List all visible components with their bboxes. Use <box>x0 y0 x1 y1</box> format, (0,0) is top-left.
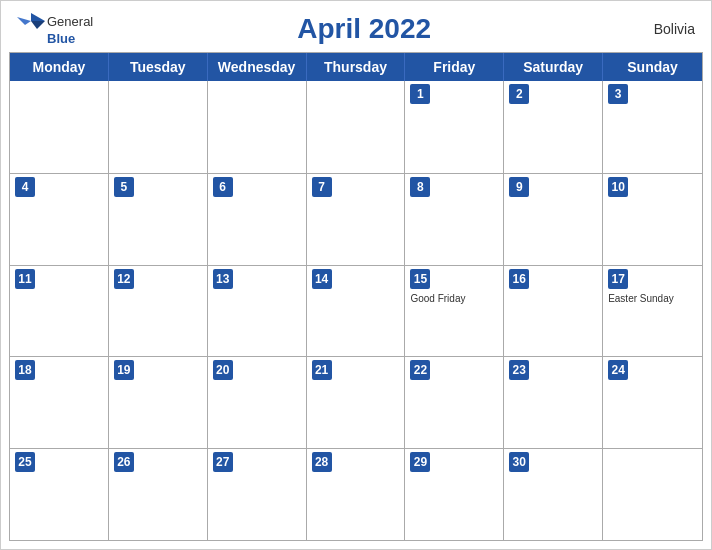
day-number: 12 <box>114 269 134 289</box>
day-cell: 28 <box>307 449 406 540</box>
day-event: Good Friday <box>410 293 498 304</box>
day-cell: 9 <box>504 174 603 265</box>
day-number: 19 <box>114 360 134 380</box>
week-row-2: 45678910 <box>10 173 702 265</box>
header: General Blue April 2022 Bolivia <box>1 1 711 52</box>
day-number: 20 <box>213 360 233 380</box>
day-number: 18 <box>15 360 35 380</box>
day-cell: 11 <box>10 266 109 357</box>
day-cell: 3 <box>603 81 702 173</box>
day-cell: 10 <box>603 174 702 265</box>
day-cell: 5 <box>109 174 208 265</box>
logo-general: General <box>47 14 93 29</box>
day-cell: 20 <box>208 357 307 448</box>
day-cell: 17Easter Sunday <box>603 266 702 357</box>
day-cell: 6 <box>208 174 307 265</box>
day-thursday: Thursday <box>307 53 406 81</box>
week-row-5: 252627282930 <box>10 448 702 540</box>
bird-icon <box>17 11 45 31</box>
day-number: 5 <box>114 177 134 197</box>
day-number: 11 <box>15 269 35 289</box>
country-label: Bolivia <box>635 21 695 37</box>
day-cell: 15Good Friday <box>405 266 504 357</box>
day-cell: 23 <box>504 357 603 448</box>
day-number: 9 <box>509 177 529 197</box>
day-friday: Friday <box>405 53 504 81</box>
day-cell: 2 <box>504 81 603 173</box>
day-number: 17 <box>608 269 628 289</box>
day-cell: 27 <box>208 449 307 540</box>
day-number: 16 <box>509 269 529 289</box>
day-number: 22 <box>410 360 430 380</box>
day-number: 10 <box>608 177 628 197</box>
day-number: 14 <box>312 269 332 289</box>
day-cell: 16 <box>504 266 603 357</box>
day-number: 28 <box>312 452 332 472</box>
day-cell: 8 <box>405 174 504 265</box>
logo: General Blue <box>17 11 93 46</box>
day-number: 26 <box>114 452 134 472</box>
day-cell: 29 <box>405 449 504 540</box>
day-cell: 18 <box>10 357 109 448</box>
day-saturday: Saturday <box>504 53 603 81</box>
day-number: 25 <box>15 452 35 472</box>
day-cell: 4 <box>10 174 109 265</box>
day-cell <box>307 81 406 173</box>
day-number: 3 <box>608 84 628 104</box>
day-number: 15 <box>410 269 430 289</box>
logo-blue: Blue <box>47 31 75 46</box>
day-cell: 12 <box>109 266 208 357</box>
days-header: Monday Tuesday Wednesday Thursday Friday… <box>10 53 702 81</box>
svg-marker-1 <box>17 17 31 25</box>
day-event: Easter Sunday <box>608 293 697 304</box>
day-number: 30 <box>509 452 529 472</box>
day-tuesday: Tuesday <box>109 53 208 81</box>
day-cell: 19 <box>109 357 208 448</box>
day-cell <box>603 449 702 540</box>
day-cell: 30 <box>504 449 603 540</box>
day-cell: 7 <box>307 174 406 265</box>
day-monday: Monday <box>10 53 109 81</box>
day-number: 21 <box>312 360 332 380</box>
day-sunday: Sunday <box>603 53 702 81</box>
day-number: 6 <box>213 177 233 197</box>
day-number: 27 <box>213 452 233 472</box>
day-cell <box>10 81 109 173</box>
day-number: 7 <box>312 177 332 197</box>
day-cell <box>109 81 208 173</box>
day-cell: 26 <box>109 449 208 540</box>
day-cell: 14 <box>307 266 406 357</box>
day-cell: 13 <box>208 266 307 357</box>
day-number: 23 <box>509 360 529 380</box>
calendar: Monday Tuesday Wednesday Thursday Friday… <box>9 52 703 541</box>
week-row-3: 1112131415Good Friday1617Easter Sunday <box>10 265 702 357</box>
day-number: 1 <box>410 84 430 104</box>
day-number: 2 <box>509 84 529 104</box>
calendar-grid: 123456789101112131415Good Friday1617East… <box>10 81 702 540</box>
day-number: 29 <box>410 452 430 472</box>
day-number: 8 <box>410 177 430 197</box>
day-number: 4 <box>15 177 35 197</box>
week-row-4: 18192021222324 <box>10 356 702 448</box>
day-cell: 25 <box>10 449 109 540</box>
day-cell: 1 <box>405 81 504 173</box>
page: General Blue April 2022 Bolivia Monday T… <box>0 0 712 550</box>
page-title: April 2022 <box>93 13 635 45</box>
day-wednesday: Wednesday <box>208 53 307 81</box>
week-row-1: 123 <box>10 81 702 173</box>
day-cell: 22 <box>405 357 504 448</box>
day-cell: 21 <box>307 357 406 448</box>
day-cell <box>208 81 307 173</box>
svg-marker-2 <box>31 21 45 29</box>
day-cell: 24 <box>603 357 702 448</box>
day-number: 13 <box>213 269 233 289</box>
svg-marker-0 <box>31 13 45 21</box>
day-number: 24 <box>608 360 628 380</box>
